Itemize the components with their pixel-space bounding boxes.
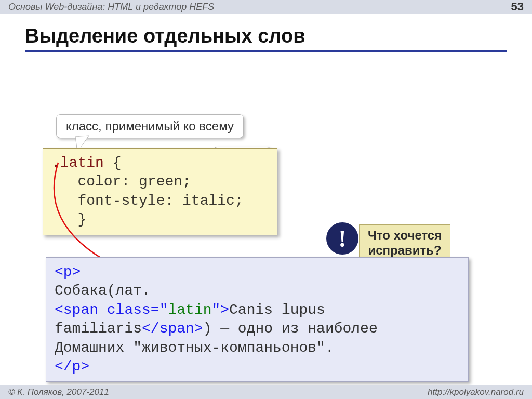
code-selector: .latin [51,155,104,171]
attention-note: Что хочется исправить? [359,224,450,262]
html-code-block: <p> Собака(лат. <span class="latin">Cani… [46,257,469,382]
css-code-block: .latin { color: green; font-style: itali… [43,148,277,235]
code-text: Canis lupus [229,302,325,318]
code-tag: </span> [142,321,203,337]
code-text: Домашних "животных-компаньонов". [55,340,334,356]
code-text: Собака(лат. [55,283,151,299]
code-text: ) — одно из наиболее [203,321,378,337]
callout-text: класс, применимый ко всему [66,119,234,133]
code-line: color: green; [51,174,191,190]
code-line: font-style: italic; [51,193,244,209]
code-class: latin [168,302,211,318]
exclamation-mark: ! [338,225,346,252]
callout-universal-class: класс, применимый ко всему [56,114,244,138]
code-tag: "> [211,302,229,318]
footer-bar: © К. Поляков, 2007-2011 http://kpolyakov… [0,385,532,399]
code-tag: </p> [55,358,89,375]
code-tag: <span class=" [55,302,168,318]
code-text: { [104,155,122,171]
footer-copyright: © К. Поляков, 2007-2011 [8,387,109,397]
header-bar: Основы Web-дизайна: HTML и редактор HEFS… [0,0,532,14]
note-line: исправить? [368,243,441,257]
attention-icon: ! [326,222,358,255]
code-text: familiaris [55,321,142,337]
page-title: Выделение отдельных слов [25,25,507,52]
page-number: 53 [511,0,524,14]
note-line: Что хочется [368,228,442,242]
header-topic: Основы Web-дизайна: HTML и редактор HEFS [8,2,214,12]
code-tag: <p> [55,264,81,280]
footer-url: http://kpolyakov.narod.ru [428,387,524,397]
code-line: } [51,211,86,228]
